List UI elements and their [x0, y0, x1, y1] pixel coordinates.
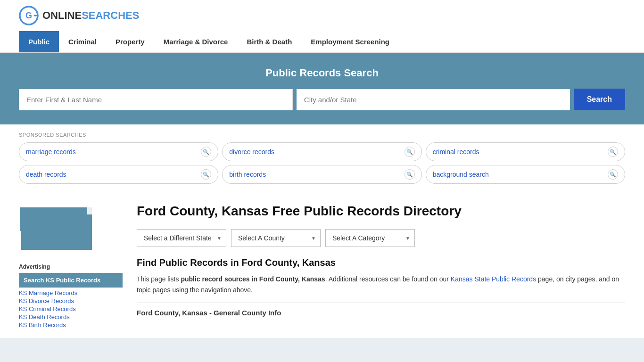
main-nav: Public Criminal Property Marriage & Divo…	[0, 31, 644, 53]
state-map	[19, 203, 94, 255]
search-banner-title: Public Records Search	[19, 67, 625, 79]
main-wrapper: SPONSORED SEARCHES marriage records 🔍 di…	[0, 124, 644, 338]
sponsored-grid: marriage records 🔍 divorce records 🔍 cri…	[19, 142, 625, 184]
state-dropdown[interactable]: Select a Different State	[137, 229, 226, 247]
svg-text:G: G	[25, 11, 32, 20]
logo-online-text: ONLINE	[42, 9, 82, 22]
sidebar-link-death[interactable]: KS Death Records	[19, 313, 123, 321]
county-dropdown[interactable]: Select A County	[231, 229, 321, 247]
county-dropdown-wrapper: Select A County	[231, 229, 321, 247]
logo: G ONLINE SEARCHES	[19, 6, 139, 25]
sidebar: Advertising Search KS Public Records KS …	[19, 203, 123, 329]
search-button[interactable]: Search	[574, 89, 625, 110]
find-desc-text2: . Additional resources can be found on o…	[325, 275, 451, 283]
state-dropdown-wrapper: Select a Different State	[137, 229, 226, 247]
sidebar-link-divorce[interactable]: KS Divorce Records	[19, 297, 123, 304]
sidebar-link-birth[interactable]: KS Birth Records	[19, 321, 123, 329]
sidebar-link-criminal[interactable]: KS Criminal Records	[19, 305, 123, 313]
name-input[interactable]	[19, 89, 293, 110]
nav-item-criminal[interactable]: Criminal	[59, 31, 106, 52]
sponsored-tag-label: birth records	[229, 171, 266, 178]
search-icon: 🔍	[608, 147, 618, 157]
svg-marker-3	[20, 207, 92, 250]
header: G ONLINE SEARCHES Public Criminal Proper…	[0, 0, 644, 53]
sponsored-tag-label: divorce records	[229, 148, 274, 156]
nav-item-birth-death[interactable]: Birth & Death	[237, 31, 301, 52]
find-desc-text1: This page lists	[137, 275, 181, 283]
sponsored-tag-divorce[interactable]: divorce records 🔍	[222, 142, 421, 161]
nav-item-property[interactable]: Property	[106, 31, 154, 52]
sponsored-tag-death[interactable]: death records 🔍	[19, 165, 218, 184]
sponsored-tag-label: criminal records	[433, 148, 479, 156]
sponsored-label: SPONSORED SEARCHES	[19, 132, 625, 138]
ad-active[interactable]: Search KS Public Records	[19, 273, 123, 288]
sponsored-tag-birth[interactable]: birth records 🔍	[222, 165, 421, 184]
dropdowns-row: Select a Different State Select A County…	[137, 229, 625, 247]
sponsored-searches: SPONSORED SEARCHES marriage records 🔍 di…	[0, 124, 644, 193]
sponsored-tag-label: death records	[26, 171, 66, 178]
find-desc-bold: public record sources in Ford County, Ka…	[181, 275, 325, 283]
search-icon: 🔍	[201, 169, 211, 180]
search-icon: 🔍	[201, 147, 211, 157]
category-dropdown[interactable]: Select A Category	[325, 229, 415, 247]
page-title: Ford County, Kansas Free Public Records …	[137, 203, 625, 220]
logo-icon: G	[19, 6, 39, 25]
advertising-label: Advertising	[19, 263, 123, 270]
sponsored-tag-marriage[interactable]: marriage records 🔍	[19, 142, 218, 161]
logo-searches-text: SEARCHES	[82, 9, 139, 22]
sponsored-tag-label: marriage records	[26, 148, 76, 156]
nav-item-employment[interactable]: Employment Screening	[301, 31, 399, 52]
nav-item-public[interactable]: Public	[19, 31, 59, 52]
main-content: Ford County, Kansas Free Public Records …	[137, 203, 625, 329]
city-input[interactable]	[297, 89, 570, 110]
search-icon: 🔍	[608, 169, 618, 180]
content-area: Advertising Search KS Public Records KS …	[0, 193, 644, 338]
nav-item-marriage-divorce[interactable]: Marriage & Divorce	[154, 31, 238, 52]
sidebar-link-marriage[interactable]: KS Marriage Records	[19, 289, 123, 296]
section-subtitle: Ford County, Kansas - General County Inf…	[137, 309, 625, 317]
category-dropdown-wrapper: Select A Category	[325, 229, 415, 247]
search-banner: Public Records Search Search	[0, 53, 644, 124]
sponsored-tag-label: background search	[433, 171, 489, 178]
ks-public-records-link[interactable]: Kansas State Public Records	[451, 275, 536, 283]
find-title: Find Public Records in Ford County, Kans…	[137, 257, 625, 268]
search-form: Search	[19, 89, 625, 110]
search-icon: 🔍	[405, 169, 415, 180]
svg-marker-4	[87, 207, 92, 214]
sponsored-tag-criminal[interactable]: criminal records 🔍	[426, 142, 625, 161]
sponsored-tag-background[interactable]: background search 🔍	[426, 165, 625, 184]
section-divider	[137, 303, 625, 303]
sidebar-links: KS Marriage Records KS Divorce Records K…	[19, 289, 123, 329]
find-description: This page lists public record sources in…	[137, 274, 625, 295]
search-icon: 🔍	[405, 147, 415, 157]
